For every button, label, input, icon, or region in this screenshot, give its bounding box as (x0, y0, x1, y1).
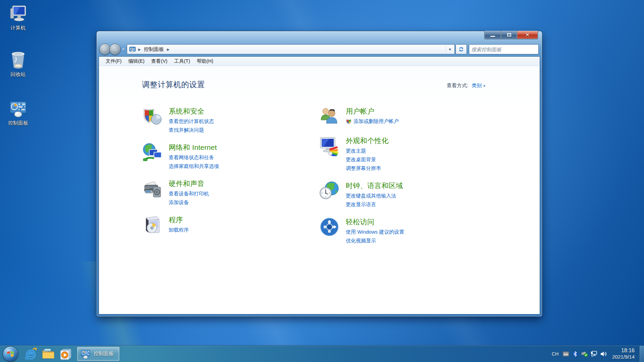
maximize-button[interactable] (501, 31, 517, 39)
category-link[interactable]: 查看设备和打印机 (169, 191, 209, 197)
category-network-internet: 网络和 Internet 查看网络状态和任务 选择家庭组和共享选项 (142, 142, 316, 170)
forward-arrow-icon: → (112, 46, 118, 53)
category-link[interactable]: 查看网络状态和任务 (169, 155, 219, 161)
category-link-with-shield[interactable]: 添加或删除用户帐户 (346, 118, 399, 125)
category-title[interactable]: 轻松访问 (346, 217, 404, 227)
category-grid: 系统和安全 查看您的计算机状态 查找并解决问题 (99, 90, 540, 253)
desktop-icon-label: 回收站 (11, 71, 26, 78)
search-box (469, 44, 539, 54)
back-button[interactable]: ← (99, 44, 111, 55)
category-column-right: 用户帐户 添加或删除用户帐户 (319, 106, 493, 253)
desktop-icon-label: 控制面板 (8, 120, 28, 126)
start-button[interactable] (3, 346, 18, 362)
maximize-icon (507, 33, 511, 37)
network-internet-icon[interactable] (142, 142, 163, 163)
clock-language-region-icon[interactable] (319, 180, 340, 201)
category-title[interactable]: 时钟、语言和区域 (346, 181, 403, 190)
category-link[interactable]: 更改主题 (346, 148, 389, 154)
category-title[interactable]: 用户帐户 (346, 107, 399, 116)
menu-file[interactable]: 文件(F) (102, 57, 125, 66)
bluetooth-icon[interactable] (571, 349, 580, 359)
vmware-tools-icon[interactable]: vm (561, 349, 571, 359)
category-link[interactable]: 更改桌面背景 (346, 157, 389, 163)
desktop-icon-label: 计算机 (11, 25, 26, 31)
category-link[interactable]: 添加设备 (169, 199, 209, 206)
category-title[interactable]: 系统和安全 (169, 107, 214, 116)
category-user-accounts: 用户帐户 添加或删除用户帐户 (319, 106, 493, 127)
category-link[interactable]: 选择家庭组和共享选项 (169, 163, 219, 170)
taskbar-clock[interactable]: 18:16 2021/9/14 (612, 347, 635, 360)
category-appearance-personalization: 外观和个性化 更改主题 更改桌面背景 调整屏幕分辨率 (319, 135, 493, 172)
minimize-button[interactable] (484, 31, 501, 39)
menu-tools[interactable]: 工具(T) (171, 57, 194, 66)
computer-icon (8, 3, 28, 23)
refresh-button[interactable] (455, 44, 467, 54)
show-desktop-button[interactable] (639, 346, 644, 362)
view-by-control: 查看方式:类别▼ (447, 82, 486, 89)
category-link-label: 添加或删除用户帐户 (354, 118, 399, 125)
clock-time: 18:16 (612, 347, 635, 354)
page-title: 调整计算机的设置 (142, 79, 205, 90)
desktop-icon-computer[interactable]: 计算机 (3, 3, 34, 31)
category-link[interactable]: 卸载程序 (169, 227, 189, 233)
search-input[interactable] (471, 47, 538, 52)
desktop-icon-control-panel[interactable]: 控制面板 (3, 99, 34, 126)
system-security-icon[interactable] (142, 106, 163, 127)
programs-icon[interactable] (142, 215, 163, 235)
breadcrumb-arrow-icon[interactable]: ▶ (138, 48, 141, 51)
category-link[interactable]: 优化视频显示 (346, 238, 404, 244)
taskbar-file-explorer-button[interactable] (40, 346, 57, 362)
address-dropdown-button[interactable]: ▼ (446, 45, 454, 54)
close-icon: ✕ (525, 32, 530, 38)
menu-help[interactable]: 帮助(H) (194, 57, 217, 66)
recycle-bin-icon (8, 50, 28, 70)
network-icon[interactable] (589, 349, 599, 359)
category-title[interactable]: 硬件和声音 (169, 179, 209, 188)
breadcrumb-location[interactable]: 控制面板 (143, 46, 165, 53)
category-link[interactable]: 查看您的计算机状态 (169, 118, 214, 125)
chevron-down-icon[interactable]: ▼ (483, 84, 486, 88)
address-bar[interactable]: ▶ 控制面板 ▶ ▼ (127, 44, 455, 54)
user-accounts-icon[interactable] (319, 106, 340, 127)
svg-text:vm: vm (564, 352, 568, 356)
category-system-security: 系统和安全 查看您的计算机状态 查找并解决问题 (142, 106, 316, 133)
folder-icon (42, 348, 55, 360)
breadcrumb-arrow-icon[interactable]: ▶ (167, 48, 170, 51)
taskbar-media-player-button[interactable] (57, 346, 74, 362)
active-task-label: 控制面板 (94, 351, 114, 357)
forward-button[interactable]: → (109, 44, 121, 55)
appearance-personalization-icon[interactable] (319, 135, 340, 156)
menu-view[interactable]: 查看(V) (148, 57, 171, 66)
category-title[interactable]: 程序 (169, 215, 189, 225)
category-link[interactable]: 调整屏幕分辨率 (346, 165, 389, 172)
desktop-icons: 计算机 回收站 (3, 3, 35, 145)
safely-remove-hardware-icon[interactable] (580, 349, 589, 359)
volume-icon[interactable] (599, 349, 608, 359)
taskbar: 控制面板 CH vm (0, 345, 644, 362)
menu-edit[interactable]: 编辑(E) (125, 57, 148, 66)
uac-shield-icon (346, 119, 352, 124)
menu-bar: 文件(F) 编辑(E) 查看(V) 工具(T) 帮助(H) (99, 57, 540, 66)
recent-pages-dropdown[interactable]: ▼ (122, 48, 125, 51)
category-link[interactable]: 查找并解决问题 (169, 127, 214, 133)
hardware-sound-icon[interactable] (142, 178, 163, 199)
window-titlebar[interactable]: ✕ (97, 31, 542, 42)
input-language-indicator[interactable]: CH (549, 350, 561, 358)
taskbar-internet-explorer-button[interactable] (22, 346, 40, 362)
category-clock-language-region: 时钟、语言和区域 更改键盘或其他输入法 更改显示语言 (319, 180, 493, 208)
taskbar-active-task-control-panel[interactable]: 控制面板 (77, 347, 119, 361)
category-title[interactable]: 网络和 Internet (169, 143, 219, 152)
category-link[interactable]: 更改显示语言 (346, 201, 403, 208)
control-panel-icon (80, 349, 91, 359)
view-by-value[interactable]: 类别 (472, 82, 482, 88)
control-panel-window: ✕ ← → ▼ ▶ 控制面板 ▶ ▼ (97, 31, 542, 316)
control-panel-icon (8, 99, 28, 119)
category-ease-of-access: 轻松访问 使用 Windows 建议的设置 优化视频显示 (319, 217, 493, 244)
desktop-icon-recycle-bin[interactable]: 回收站 (3, 50, 34, 78)
category-link[interactable]: 使用 Windows 建议的设置 (346, 229, 404, 235)
clock-date: 2021/9/14 (612, 354, 635, 360)
category-link[interactable]: 更改键盘或其他输入法 (346, 193, 403, 199)
close-button[interactable]: ✕ (517, 31, 538, 39)
category-title[interactable]: 外观和个性化 (346, 136, 389, 145)
ease-of-access-icon[interactable] (319, 217, 340, 237)
